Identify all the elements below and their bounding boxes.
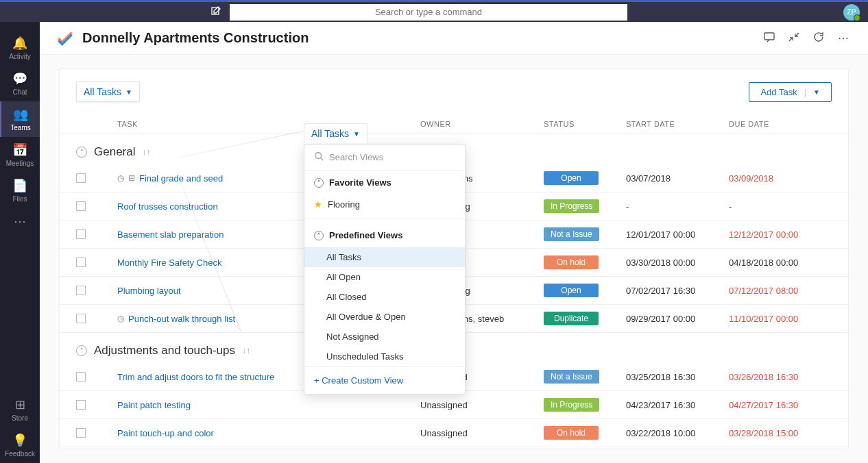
rail-store[interactable]: ⊞Store — [0, 392, 40, 427]
teams-topbar: ZP — [0, 0, 868, 22]
task-checkbox[interactable] — [76, 400, 86, 410]
col-due[interactable]: DUE DATE — [729, 120, 832, 128]
task-checkbox[interactable] — [76, 372, 86, 381]
start-date: - — [626, 201, 729, 212]
status-badge[interactable]: In Progress — [544, 398, 599, 412]
sort-icon[interactable]: ↓↑ — [242, 346, 250, 355]
rail-label: Feedback — [5, 450, 35, 458]
caret-down-icon: ▼ — [125, 88, 132, 96]
sort-icon[interactable]: ↓↑ — [142, 147, 150, 157]
user-avatar[interactable]: ZP — [843, 4, 860, 21]
compose-icon[interactable] — [210, 5, 221, 19]
start-date: 03/07/2018 — [626, 173, 729, 184]
rail-files[interactable]: 📄Files — [0, 173, 40, 208]
due-date: 11/10/2017 00:00 — [729, 314, 832, 324]
start-date: 09/29/2017 00:00 — [626, 314, 729, 324]
status-badge[interactable]: Open — [544, 284, 599, 297]
col-task[interactable]: TASK — [104, 120, 420, 128]
view-item[interactable]: All Overdue & Open — [304, 307, 465, 327]
task-title[interactable]: Paint touch-up and color — [104, 428, 420, 438]
status-badge[interactable]: On hold — [544, 426, 599, 440]
task-checkbox[interactable] — [76, 428, 86, 438]
view-label: All Tasks — [311, 128, 349, 139]
status-badge[interactable]: Not a Issue — [544, 370, 599, 384]
group-name: Adjustments and touch-ups — [94, 344, 235, 358]
files-icon: 📄 — [12, 178, 27, 193]
command-search-input[interactable] — [230, 4, 627, 21]
create-custom-view[interactable]: + Create Custom View — [304, 366, 465, 394]
view-item[interactable]: All Tasks — [304, 247, 465, 267]
task-checkbox[interactable] — [76, 173, 86, 183]
start-date: 03/30/2018 00:00 — [626, 258, 729, 268]
status-badge[interactable]: Duplicate — [544, 312, 599, 325]
view-item-favorite[interactable]: ★Flooring — [304, 195, 465, 214]
clock-icon: ◷ — [117, 173, 124, 183]
rail-label: Teams — [10, 124, 30, 132]
status-badge[interactable]: In Progress — [544, 199, 599, 213]
favorite-views-header[interactable]: ˄Favorite Views — [314, 177, 455, 188]
task-owner: Unassigned — [420, 400, 544, 410]
col-owner[interactable]: OWNER — [420, 120, 544, 128]
conversation-icon[interactable] — [761, 29, 777, 48]
calendar-icon: 📅 — [12, 142, 27, 158]
view-item[interactable]: All Open — [304, 267, 465, 287]
more-options-icon[interactable]: ⋯ — [835, 29, 852, 47]
view-item[interactable]: Not Assigned — [304, 327, 465, 347]
collapse-icon[interactable]: ˄ — [76, 147, 87, 158]
task-checkbox[interactable] — [76, 286, 86, 295]
task-row[interactable]: Paint touch-up and colorUnassignedOn hol… — [60, 419, 848, 447]
task-row[interactable]: Paint patch testingUnassignedIn Progress… — [60, 391, 848, 419]
popover-search[interactable]: Search Views — [304, 145, 465, 171]
task-checkbox[interactable] — [76, 314, 86, 323]
view-label: All Tasks — [84, 86, 121, 97]
app-rail: 🔔Activity 💬Chat 👥Teams 📅Meetings 📄Files … — [0, 22, 40, 463]
rail-chat[interactable]: 💬Chat — [0, 66, 40, 101]
add-task-button[interactable]: Add Task | ▼ — [749, 82, 832, 102]
rail-more[interactable]: ⋯ — [0, 208, 40, 234]
status-badge[interactable]: On hold — [544, 255, 599, 269]
clock-icon: ◷ — [117, 314, 124, 323]
task-checkbox[interactable] — [76, 258, 86, 267]
view-item[interactable]: All Closed — [304, 287, 465, 307]
due-date: 12/12/2017 00:00 — [729, 229, 832, 240]
tab-header: Donnelly Apartments Construction ⋯ — [40, 22, 868, 55]
rail-feedback[interactable]: 💡Feedback — [0, 427, 40, 463]
due-date: - — [729, 201, 832, 212]
store-icon: ⊞ — [15, 397, 25, 412]
add-task-label: Add Task — [760, 87, 797, 97]
status-badge[interactable]: Not a Issue — [544, 227, 599, 241]
rail-teams[interactable]: 👥Teams — [0, 101, 40, 137]
teams-icon: 👥 — [13, 107, 28, 122]
task-title[interactable]: Paint patch testing — [104, 400, 420, 410]
start-date: 03/22/2018 10:00 — [626, 428, 729, 438]
svg-point-2 — [315, 153, 322, 159]
due-date: 04/18/2018 00:00 — [729, 258, 832, 268]
predefined-views-header[interactable]: ˄Predefined Views — [314, 230, 455, 240]
col-start[interactable]: START DATE — [626, 120, 729, 128]
rail-label: Files — [12, 195, 27, 203]
due-date: 04/27/2017 16:30 — [729, 400, 832, 410]
collapse-icon: ˄ — [314, 178, 324, 188]
view-item[interactable]: Unscheduled Tasks — [304, 347, 465, 366]
avatar-initials: ZP — [847, 8, 856, 16]
col-status[interactable]: STATUS — [544, 120, 626, 128]
chat-icon: 💬 — [12, 71, 27, 86]
start-date: 07/02/2017 16:30 — [626, 286, 729, 296]
status-badge[interactable]: Open — [544, 171, 599, 185]
rail-meetings[interactable]: 📅Meetings — [0, 137, 40, 173]
collapse-icon[interactable] — [786, 29, 802, 48]
bulb-icon: 💡 — [12, 433, 27, 448]
view-selector-zoom-trigger[interactable]: All Tasks ▼ — [304, 123, 367, 143]
rail-activity[interactable]: 🔔Activity — [0, 30, 40, 66]
start-date: 04/23/2017 16:30 — [626, 400, 729, 410]
caret-down-icon[interactable]: ▼ — [813, 88, 820, 96]
task-checkbox[interactable] — [76, 229, 86, 239]
due-date: 07/12/2017 08:00 — [729, 286, 832, 296]
subtasks-icon: ⊟ — [128, 173, 135, 183]
start-date: 03/25/2018 16:30 — [626, 372, 729, 382]
view-selector-button[interactable]: All Tasks ▼ — [76, 82, 140, 102]
rail-label: Meetings — [6, 160, 34, 167]
task-checkbox[interactable] — [76, 201, 86, 211]
collapse-icon[interactable]: ˄ — [76, 345, 87, 356]
refresh-icon[interactable] — [810, 29, 827, 48]
